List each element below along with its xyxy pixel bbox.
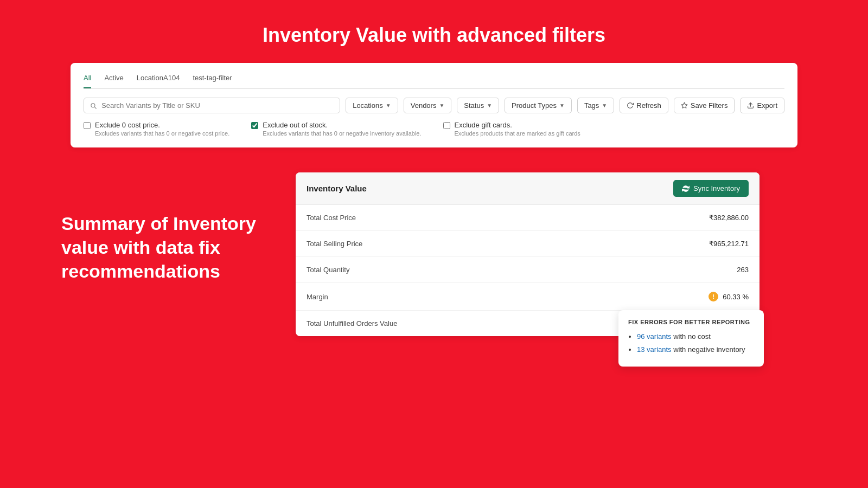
fix-errors-title: FIX ERRORS FOR BETTER REPORTING — [628, 319, 754, 325]
filter-row: Locations ▼ Vendors ▼ Status ▼ Product T… — [84, 98, 784, 113]
locations-label: Locations — [353, 101, 383, 110]
locations-filter-button[interactable]: Locations ▼ — [346, 98, 398, 113]
total-quantity-value: 263 — [737, 266, 749, 274]
margin-label: Margin — [307, 293, 328, 301]
fix-errors-no-cost-item: 96 variants with no cost — [637, 332, 754, 342]
vendors-chevron-icon: ▼ — [439, 102, 444, 108]
page-title: Inventory Value with advanced filters — [0, 0, 868, 63]
fix-errors-list: 96 variants with no cost 13 variants wit… — [628, 332, 754, 355]
margin-value: ! 60.33 % — [709, 292, 749, 301]
exclude-out-of-stock-desc: Excludes variants that has 0 or negative… — [263, 130, 421, 137]
no-cost-variants-link[interactable]: 96 variants — [637, 332, 672, 341]
star-icon — [681, 102, 688, 109]
exclude-zero-cost-checkbox[interactable] — [84, 122, 91, 129]
fix-errors-negative-inventory-item: 13 variants with negative inventory — [637, 345, 754, 355]
exclude-gift-cards-label: Exclude gift cards. — [455, 121, 580, 129]
export-label: Export — [757, 101, 777, 110]
total-quantity-label: Total Quantity — [307, 266, 350, 274]
tags-filter-button[interactable]: Tags ▼ — [577, 98, 614, 113]
total-cost-price-row: Total Cost Price ₹382,886.00 — [296, 205, 760, 231]
filter-card: All Active LocationA104 test-tag-filter … — [71, 63, 797, 147]
product-types-label: Product Types — [512, 101, 557, 110]
vendors-label: Vendors — [411, 101, 437, 110]
exclude-out-of-stock-checkbox[interactable] — [251, 122, 258, 129]
inventory-card-header: Inventory Value Sync Inventory — [296, 172, 760, 205]
total-selling-price-row: Total Selling Price ₹965,212.71 — [296, 231, 760, 257]
locations-chevron-icon: ▼ — [386, 102, 391, 108]
exclude-gift-cards-item: Exclude gift cards. Excludes products th… — [443, 121, 580, 137]
sync-icon — [682, 185, 690, 192]
status-label: Status — [464, 101, 484, 110]
sync-button-label: Sync Inventory — [693, 184, 740, 192]
refresh-icon — [627, 102, 634, 109]
exclude-out-of-stock-label: Exclude out of stock. — [263, 121, 421, 129]
exclude-out-of-stock-item: Exclude out of stock. Excludes variants … — [251, 121, 421, 137]
export-button[interactable]: Export — [740, 98, 784, 113]
save-filters-button[interactable]: Save Filters — [674, 98, 735, 113]
product-types-filter-button[interactable]: Product Types ▼ — [505, 98, 572, 113]
sync-inventory-button[interactable]: Sync Inventory — [673, 180, 749, 197]
product-types-chevron-icon: ▼ — [559, 102, 565, 108]
status-filter-button[interactable]: Status ▼ — [457, 98, 499, 113]
exclude-zero-cost-label: Exclude 0 cost price. — [95, 121, 229, 129]
total-cost-price-label: Total Cost Price — [307, 214, 356, 222]
summary-text: Summary of Inventory value with data fix… — [61, 211, 273, 284]
tags-label: Tags — [584, 101, 599, 110]
save-filters-label: Save Filters — [691, 101, 728, 110]
export-icon — [747, 102, 754, 109]
margin-indicator-icon: ! — [709, 292, 718, 301]
refresh-label: Refresh — [636, 101, 661, 110]
total-selling-price-label: Total Selling Price — [307, 240, 362, 248]
checkbox-row: Exclude 0 cost price. Excludes variants … — [84, 121, 784, 137]
exclude-gift-cards-desc: Excludes products that are marked as gif… — [455, 130, 580, 137]
fix-errors-box: FIX ERRORS FOR BETTER REPORTING 96 varia… — [618, 310, 764, 367]
exclude-zero-cost-item: Exclude 0 cost price. Excludes variants … — [84, 121, 229, 137]
total-cost-price-value: ₹382,886.00 — [709, 214, 749, 222]
refresh-button[interactable]: Refresh — [620, 98, 668, 113]
exclude-zero-cost-desc: Excludes variants that has 0 or negative… — [95, 130, 229, 137]
margin-row: Margin ! 60.33 % — [296, 283, 760, 311]
total-quantity-row: Total Quantity 263 — [296, 257, 760, 283]
tab-location[interactable]: LocationA104 — [137, 74, 180, 88]
search-input[interactable] — [101, 101, 334, 110]
vendors-filter-button[interactable]: Vendors ▼ — [404, 98, 452, 113]
tab-active[interactable]: Active — [104, 74, 123, 88]
tab-tag-filter[interactable]: test-tag-filter — [193, 74, 232, 88]
no-cost-suffix: with no cost — [672, 332, 711, 341]
search-icon — [90, 102, 97, 110]
exclude-gift-cards-checkbox[interactable] — [443, 122, 450, 129]
tags-chevron-icon: ▼ — [602, 102, 607, 108]
svg-marker-0 — [681, 102, 687, 108]
negative-inventory-variants-link[interactable]: 13 variants — [637, 345, 672, 354]
negative-inventory-suffix: with negative inventory — [672, 345, 745, 354]
inventory-card-title: Inventory Value — [307, 184, 367, 193]
status-chevron-icon: ▼ — [487, 102, 492, 108]
total-unfulfilled-label: Total Unfulfilled Orders Value — [307, 319, 397, 328]
search-wrapper — [84, 98, 340, 113]
tabs-row: All Active LocationA104 test-tag-filter — [84, 74, 784, 89]
tab-all[interactable]: All — [84, 74, 91, 88]
total-selling-price-value: ₹965,212.71 — [709, 240, 749, 248]
